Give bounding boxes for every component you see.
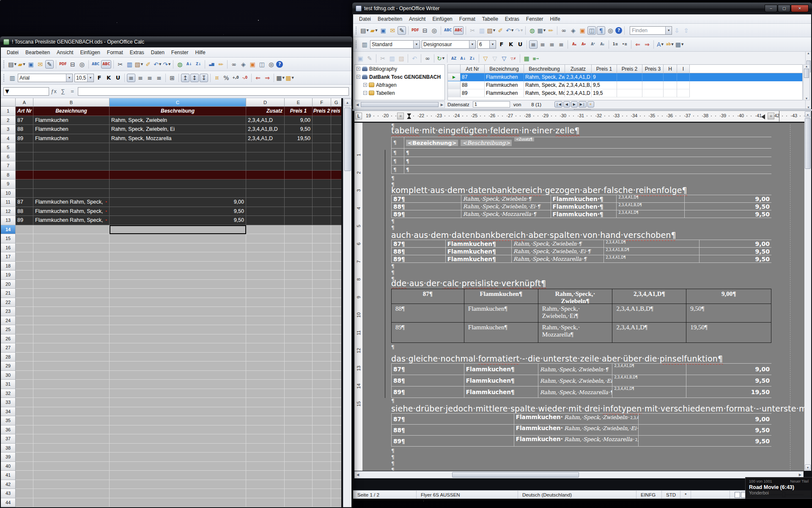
chevron-down-icon[interactable]: ▼ xyxy=(4,88,11,95)
cell-G31[interactable] xyxy=(331,380,341,389)
cell-D35[interactable] xyxy=(246,416,285,425)
cell-A36[interactable] xyxy=(16,425,33,435)
cell-F43[interactable] xyxy=(313,489,331,498)
cell-D3[interactable]: 2,3,4,A1,B,D xyxy=(246,125,285,134)
row-header-1[interactable]: 1 xyxy=(1,107,16,116)
calc-menu-bearbeiten[interactable]: Bearbeiten xyxy=(22,49,53,56)
cell-G41[interactable] xyxy=(331,471,341,480)
column-header-b[interactable]: B xyxy=(33,98,110,107)
align-right-button[interactable]: ≡ xyxy=(145,74,154,82)
cell-F3[interactable] xyxy=(313,125,331,134)
cell-E4[interactable]: 19,50 xyxy=(285,134,313,144)
cell-F22[interactable] xyxy=(313,298,331,307)
row-header-3[interactable]: 3 xyxy=(1,125,16,134)
export-pdf-icon[interactable]: PDF xyxy=(58,60,68,69)
cell-A41[interactable] xyxy=(16,471,33,480)
cell-C27[interactable] xyxy=(110,343,246,353)
cell-E15[interactable] xyxy=(285,234,313,243)
cell-C29[interactable] xyxy=(110,362,246,371)
cell-D38[interactable] xyxy=(246,444,285,453)
tree-item-datbank-tosc-gengenbach[interactable]: −DatBank Tosc GENGENBACH xyxy=(355,73,444,81)
writer-titlebar[interactable]: test fdhsg.odt - OpenOffice Writer –▢✕ xyxy=(352,3,812,14)
scroll-down-icon[interactable]: ▼ xyxy=(805,97,808,100)
cell-B17[interactable] xyxy=(33,252,110,262)
new-record-icon[interactable]: ✳ xyxy=(587,101,594,108)
cell-F32[interactable] xyxy=(313,389,331,398)
row-header-22[interactable]: 22 xyxy=(1,298,16,307)
right-indent-marker[interactable] xyxy=(761,114,765,119)
edit-mode-icon[interactable]: ✎ xyxy=(398,26,406,35)
writer-menu-datei[interactable]: Datei xyxy=(356,15,374,23)
tree-expander-icon[interactable]: − xyxy=(357,75,360,79)
doc-heading-s5[interactable]: das·gleiche·nochmal·formatiert·-·die·unt… xyxy=(391,354,723,363)
refresh-icon[interactable]: ↻▼ xyxy=(436,54,445,63)
cell-B36[interactable] xyxy=(33,425,110,435)
spellcheck-icon[interactable]: ABC xyxy=(91,60,100,69)
row-header-7[interactable]: 7 xyxy=(1,161,16,171)
cell-F30[interactable] xyxy=(313,371,331,380)
row-header-24[interactable]: 24 xyxy=(1,316,16,326)
cell-C42[interactable] xyxy=(110,480,246,489)
cell-F31[interactable] xyxy=(313,380,331,389)
cell-G33[interactable] xyxy=(331,398,341,407)
row-header-14[interactable]: 14 xyxy=(1,225,16,235)
help-icon[interactable]: ? xyxy=(276,61,283,68)
remove-filter-icon[interactable]: ▽✗ xyxy=(509,54,518,63)
cell-A29[interactable] xyxy=(16,362,33,371)
cell-C18[interactable] xyxy=(110,262,246,271)
cell-D5[interactable] xyxy=(246,143,285,152)
row-header-28[interactable]: 28 xyxy=(1,353,16,362)
cell-D24[interactable] xyxy=(246,316,285,326)
cell-C21[interactable] xyxy=(110,289,246,298)
edit-data-icon[interactable]: ✎ xyxy=(365,54,374,63)
row-header-2[interactable]: 2 xyxy=(1,116,16,125)
cell-D22[interactable] xyxy=(246,298,285,307)
cell-D10[interactable] xyxy=(246,189,285,198)
cell-A25[interactable] xyxy=(16,325,33,334)
column-header-e[interactable]: E xyxy=(285,98,313,107)
cell-E40[interactable] xyxy=(285,462,313,471)
cell-A12[interactable]: 88 xyxy=(16,207,33,216)
cell-B16[interactable] xyxy=(33,243,110,253)
cell-E6[interactable] xyxy=(285,152,313,162)
cell-D6[interactable] xyxy=(246,152,285,162)
cell-E32[interactable] xyxy=(285,389,313,398)
data-sources-icon[interactable]: ◫ xyxy=(587,26,596,35)
cell-D28[interactable] xyxy=(246,353,285,362)
ds-cell-r3c7[interactable] xyxy=(642,89,664,97)
cell-B44[interactable] xyxy=(33,498,110,508)
font-color-button[interactable]: A▼ xyxy=(656,40,664,49)
cell-F21[interactable] xyxy=(313,289,331,298)
doc-table-s4[interactable]: 87¶Flammkuchen¶Rahm,·Speck,· Zwiebeln¶2,… xyxy=(391,289,771,343)
font-name-combo[interactable]: Designosaur▼ xyxy=(422,40,476,49)
hyperlink-icon[interactable]: ◍ xyxy=(528,26,536,35)
cell-F14[interactable] xyxy=(313,225,331,235)
cell-E30[interactable] xyxy=(285,371,313,380)
cell-G40[interactable] xyxy=(331,462,341,471)
format-paintbrush-icon[interactable]: ✐ xyxy=(496,26,505,35)
dde-table-row[interactable]: 89¶Flammkuchen¶Rahm,·Speck,· Mozzarella¶… xyxy=(392,323,771,343)
doc-table-row[interactable]: 87¶Rahm,·Speck,·Zwiebeln·¶Flammkuchen·¶2… xyxy=(392,195,771,203)
row-header-21[interactable]: 21 xyxy=(1,289,16,298)
cell-B7[interactable] xyxy=(33,161,110,171)
cell-B20[interactable] xyxy=(33,280,110,289)
page-preview-icon[interactable]: ◎ xyxy=(78,60,86,69)
cell-G43[interactable] xyxy=(331,489,341,498)
cell-F17[interactable] xyxy=(313,252,331,262)
justify-button[interactable]: ≡ xyxy=(155,74,163,82)
navigator-icon[interactable]: ◈ xyxy=(569,26,577,35)
scrollbar-thumb[interactable] xyxy=(804,69,809,78)
cell-D14[interactable] xyxy=(246,225,285,235)
chevron-down-icon[interactable]: ▼ xyxy=(66,74,72,82)
cell-B27[interactable] xyxy=(33,343,110,353)
grow-font-button[interactable]: A▴ xyxy=(570,40,579,49)
cell-E16[interactable] xyxy=(285,243,313,253)
cell-D16[interactable] xyxy=(246,243,285,253)
cell-F1[interactable]: Preis 2 xyxy=(313,107,331,116)
cell-C24[interactable] xyxy=(110,316,246,326)
doc-table-row[interactable]: 89¶Flammkuchen·Rahm,·Speck,·Mozzarella·2… xyxy=(392,436,771,447)
first-record-icon[interactable]: ❘◀ xyxy=(554,101,562,108)
cell-G9[interactable] xyxy=(331,179,341,189)
scrollbar-thumb[interactable] xyxy=(805,118,811,169)
numbering-button[interactable]: 1≡ xyxy=(611,40,620,49)
